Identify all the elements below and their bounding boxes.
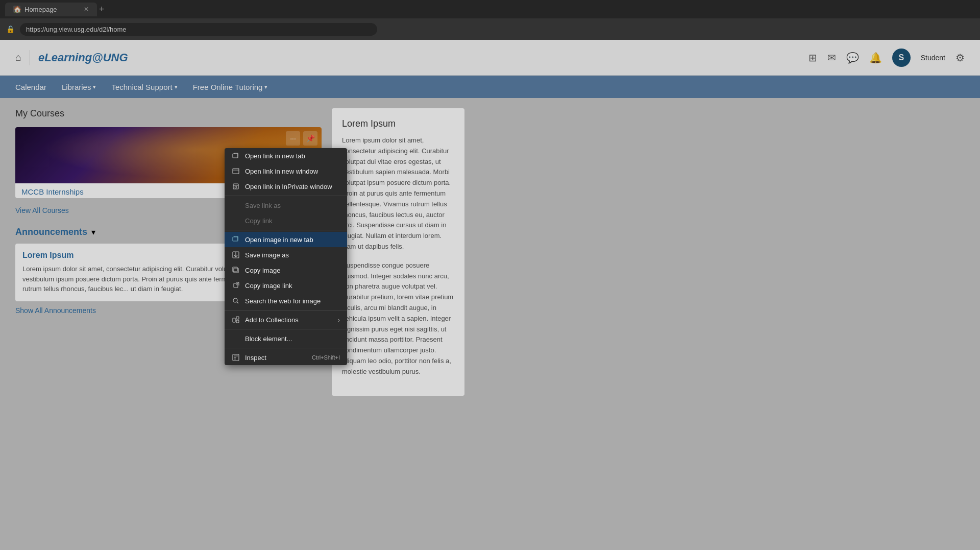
ctx-open-image-new-tab-label: Open image in new tab xyxy=(245,236,313,244)
ctx-inspect[interactable]: Inspect Ctrl+Shift+I xyxy=(225,350,347,365)
ctx-open-link-inprivate-label: Open link in InPrivate window xyxy=(245,183,332,190)
ctx-inprivate-icon xyxy=(232,182,240,190)
ctx-copy-link: Copy link xyxy=(225,213,347,228)
ctx-open-link-inprivate[interactable]: Open link in InPrivate window xyxy=(225,179,347,194)
svg-point-9 xyxy=(233,298,237,302)
ctx-separator-2 xyxy=(225,230,347,230)
ctx-tab-icon xyxy=(232,152,240,160)
ctx-separator-4 xyxy=(225,329,347,329)
ctx-window-icon xyxy=(232,167,240,175)
svg-rect-6 xyxy=(234,268,238,273)
ctx-block-element[interactable]: Block element... xyxy=(225,331,347,346)
ctx-block-element-label: Block element... xyxy=(245,335,292,343)
ctx-copy-image-link-icon xyxy=(232,281,240,290)
ctx-add-to-collections-label: Add to Collections xyxy=(245,316,299,324)
dim-overlay xyxy=(0,0,980,550)
svg-rect-12 xyxy=(236,320,239,323)
ctx-separator-5 xyxy=(225,348,347,348)
ctx-copy-image[interactable]: Copy image xyxy=(225,262,347,278)
ctx-inspect-label: Inspect xyxy=(245,354,266,362)
ctx-copy-image-icon xyxy=(232,266,240,274)
ctx-add-to-collections[interactable]: Add to Collections › xyxy=(225,312,347,327)
ctx-copy-image-link-label: Copy image link xyxy=(245,282,292,290)
ctx-inspect-icon xyxy=(232,353,240,362)
svg-rect-4 xyxy=(233,237,238,241)
ctx-search-web-icon xyxy=(232,297,240,305)
ctx-copy-image-link[interactable]: Copy image link xyxy=(225,278,347,293)
ctx-block-icon xyxy=(232,334,240,343)
context-menu[interactable]: Open link in new tab Open link in new wi… xyxy=(225,148,347,365)
ctx-open-image-new-tab[interactable]: Open image in new tab xyxy=(225,232,347,247)
ctx-save-link-as-label: Save link as xyxy=(245,202,281,209)
ctx-copy-image-label: Copy image xyxy=(245,267,280,274)
ctx-copy-link-label: Copy link xyxy=(245,217,272,225)
ctx-save-image-as[interactable]: Save image as xyxy=(225,247,347,262)
ctx-search-web-image[interactable]: Search the web for image xyxy=(225,293,347,308)
ctx-search-web-image-label: Search the web for image xyxy=(245,297,321,305)
svg-rect-10 xyxy=(233,318,235,322)
svg-rect-1 xyxy=(233,169,239,174)
ctx-save-image-icon xyxy=(232,251,240,259)
ctx-inspect-shortcut: Ctrl+Shift+I xyxy=(312,354,340,361)
svg-point-3 xyxy=(235,186,237,188)
ctx-save-link-icon xyxy=(232,201,240,209)
ctx-save-link-as: Save link as xyxy=(225,198,347,213)
ctx-image-tab-icon xyxy=(232,235,240,244)
svg-rect-7 xyxy=(233,267,237,272)
ctx-open-link-new-window[interactable]: Open link in new window xyxy=(225,163,347,179)
ctx-open-link-new-window-label: Open link in new window xyxy=(245,168,318,175)
ctx-separator-3 xyxy=(225,310,347,310)
ctx-copy-link-icon xyxy=(232,217,240,225)
ctx-separator-1 xyxy=(225,196,347,196)
svg-rect-0 xyxy=(233,154,238,158)
ctx-open-link-new-tab[interactable]: Open link in new tab xyxy=(225,148,347,163)
ctx-save-image-as-label: Save image as xyxy=(245,251,289,259)
ctx-collections-icon xyxy=(232,316,240,324)
ctx-open-link-new-tab-label: Open link in new tab xyxy=(245,152,305,160)
svg-rect-11 xyxy=(236,317,239,319)
ctx-collections-arrow: › xyxy=(338,316,340,324)
